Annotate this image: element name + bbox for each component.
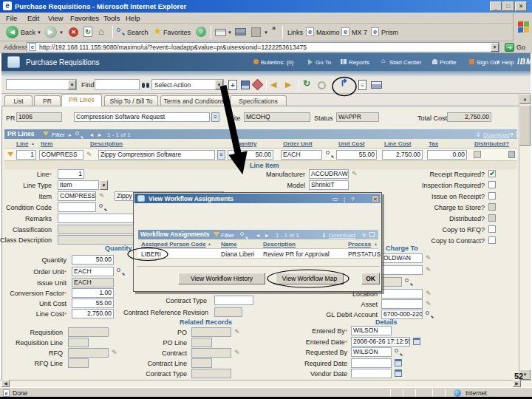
dialog-row-person[interactable]: LIBERI: [141, 250, 161, 259]
quantity-field[interactable]: 50.00: [72, 255, 114, 265]
next-record-icon[interactable]: ▶: [285, 81, 291, 88]
row-tax-field[interactable]: 0.00: [427, 150, 467, 160]
col-distributed[interactable]: Distributed?: [474, 140, 509, 147]
po-pencil-icon[interactable]: ✎: [234, 329, 240, 335]
storeroom-field[interactable]: OLDWAN: [381, 253, 423, 263]
row-order-unit-field[interactable]: EACH: [281, 150, 322, 160]
download-icon[interactable]: ⇓: [476, 131, 481, 139]
row-quantity-field[interactable]: 50.00: [228, 150, 273, 160]
go-label[interactable]: Go: [516, 44, 525, 52]
favorites-icon[interactable]: ★: [154, 26, 162, 36]
requested-by-field[interactable]: WILSON: [351, 347, 392, 357]
link-2[interactable]: MX 7: [352, 29, 367, 37]
link-maximo[interactable]: Maximo: [316, 29, 340, 37]
row-line-cost-field[interactable]: 2,750.00: [382, 150, 423, 160]
print-icon[interactable]: [235, 28, 246, 35]
row-order-unit-select-icon[interactable]: [326, 151, 333, 158]
select-action-arrow[interactable]: ▼: [215, 80, 223, 89]
model-field[interactable]: ShrinkIT: [309, 180, 349, 190]
filter-search-icon[interactable]: [75, 132, 83, 139]
dialog-col-person[interactable]: Assigned Person Code: [141, 241, 206, 248]
menu-view[interactable]: View: [48, 14, 63, 22]
link-icon-3[interactable]: e: [371, 27, 379, 36]
menu-help[interactable]: Help: [126, 14, 140, 22]
media-icon[interactable]: ?: [196, 27, 206, 37]
tab-pr[interactable]: PR: [34, 95, 61, 106]
col-tax[interactable]: Tax: [429, 140, 438, 147]
find-input[interactable]: [95, 79, 140, 90]
condition-code-field[interactable]: [58, 202, 96, 212]
search-label[interactable]: Search: [127, 29, 149, 37]
link-icon-2[interactable]: e: [341, 27, 349, 36]
line-field[interactable]: 1: [58, 169, 84, 179]
asset-field[interactable]: [381, 299, 423, 309]
unit-cost-field[interactable]: 55.00: [72, 299, 114, 308]
vendor-date-calendar-icon[interactable]: [395, 369, 402, 377]
dialog-close-icon[interactable]: ✕: [372, 195, 379, 202]
close-button[interactable]: ✕: [515, 1, 527, 11]
tab-list[interactable]: List: [4, 95, 33, 106]
mail-dropdown[interactable]: ▼: [228, 29, 232, 37]
edit-icon[interactable]: [251, 27, 261, 37]
dialog-col-name[interactable]: Name: [221, 241, 237, 248]
copy-to-rfq-checkbox[interactable]: [488, 225, 496, 233]
dialog-ok-button[interactable]: OK: [361, 273, 380, 284]
new-record-icon[interactable]: +: [228, 80, 237, 90]
work-order-select-icon[interactable]: [405, 279, 412, 286]
favorites-label[interactable]: Favorites: [163, 29, 191, 37]
tab-specifications[interactable]: Specifications: [230, 95, 287, 106]
required-date-field[interactable]: [351, 358, 392, 368]
contract-type-field[interactable]: [214, 296, 253, 305]
dialog-prev-icon[interactable]: ◂: [256, 231, 259, 239]
previous-record-icon[interactable]: ◀: [270, 81, 276, 88]
change-status-icon[interactable]: ↻: [303, 80, 310, 87]
dialog-filter-search-icon[interactable]: [240, 232, 248, 239]
condition-code-select-icon[interactable]: [99, 204, 106, 211]
dialog-col-process[interactable]: Process: [348, 241, 371, 248]
go-icon[interactable]: ➜: [505, 43, 514, 52]
dialog-row[interactable]: LIBERI Diana Liberi Review PR for Approv…: [138, 249, 378, 259]
mail-icon[interactable]: [215, 29, 226, 36]
address-dropdown[interactable]: ▼: [491, 43, 499, 52]
minimize-button[interactable]: _: [490, 1, 502, 11]
filter-label[interactable]: Filter: [52, 131, 65, 139]
select-action-dropdown[interactable]: Select Action: [151, 79, 224, 90]
scroll-left-button[interactable]: ◀: [1, 380, 10, 387]
clear-changes-icon[interactable]: [252, 79, 264, 91]
address-url[interactable]: http://192.168.111.155:9080/maximo/ui/?e…: [39, 44, 486, 52]
prev-page-icon[interactable]: ◂: [90, 131, 93, 139]
workflow-page-icon[interactable]: ≡: [358, 80, 366, 90]
menu-favorites[interactable]: Favorites: [70, 14, 99, 22]
line-type-arrow[interactable]: ▼: [100, 180, 108, 190]
asset-pencil-icon[interactable]: ✎: [426, 301, 432, 307]
item-pencil-icon[interactable]: ✎: [99, 193, 105, 200]
next-page-icon[interactable]: ▸: [98, 131, 101, 139]
entered-date-field[interactable]: 2008-06-26 17:12:55: [351, 337, 410, 347]
query-dropdown[interactable]: [6, 79, 77, 90]
dialog-next-icon[interactable]: ▸: [265, 231, 268, 239]
link-icon-maximo[interactable]: e: [306, 27, 314, 36]
dialog-filter-icon[interactable]: [214, 232, 219, 236]
storeroom-pencil-icon[interactable]: ✎: [426, 255, 432, 262]
inspection-required-checkbox[interactable]: [488, 181, 496, 188]
search-icon[interactable]: [117, 28, 124, 35]
entered-date-calendar-icon[interactable]: [413, 338, 420, 345]
col-item[interactable]: Item: [41, 140, 52, 147]
menu-file[interactable]: File: [6, 14, 17, 22]
filter-icon[interactable]: [43, 132, 49, 136]
link-goto[interactable]: Go To: [316, 58, 331, 66]
dialog-download-label[interactable]: Download: [329, 231, 355, 239]
order-unit-select-icon[interactable]: [117, 268, 124, 276]
dialog-collapse-icon[interactable]: [369, 232, 375, 237]
clock-icon[interactable]: [318, 81, 326, 89]
dialog-title-bar[interactable]: View Workflow Assignments ▭ ¦ ? ✕: [134, 194, 381, 203]
col-order-unit[interactable]: Order Unit: [283, 140, 313, 147]
item-field[interactable]: COMPRESS: [58, 191, 96, 201]
copy-to-contract-checkbox[interactable]: [488, 236, 496, 244]
location-field[interactable]: [381, 289, 423, 299]
link-reports[interactable]: Reports: [349, 58, 369, 66]
entered-by-field[interactable]: WILSON: [351, 326, 392, 335]
requested-by-select-icon[interactable]: [395, 349, 402, 356]
col-quantity[interactable]: Quantity: [233, 140, 256, 147]
download-label[interactable]: Download: [483, 131, 510, 139]
